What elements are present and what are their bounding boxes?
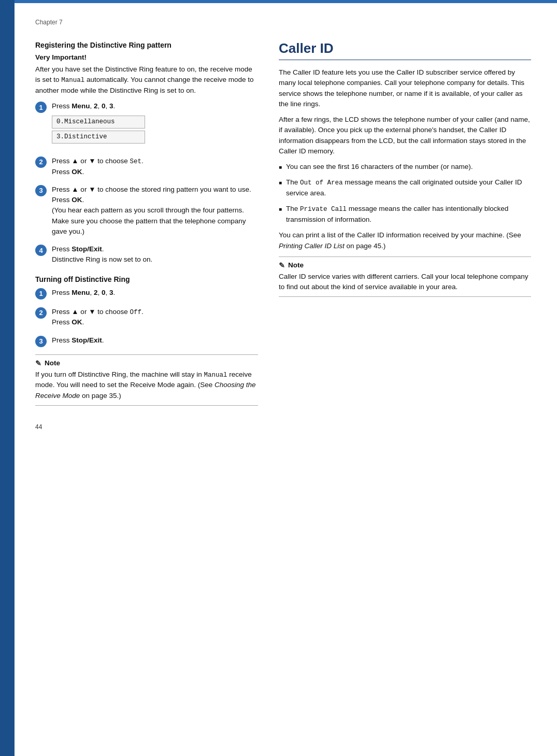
step-num-2: 2 [35, 156, 47, 168]
note-header-right: ✎ Note [279, 261, 531, 269]
step-num-1: 1 [35, 102, 47, 113]
bullet-3-text: The Private Call message means the calle… [286, 204, 531, 225]
step-off-content-3: Press Stop/Exit. [52, 335, 258, 346]
note-content-right: Caller ID service varies with different … [279, 272, 531, 293]
note-label-left: Note [45, 359, 60, 367]
left-accent [0, 0, 15, 756]
step-off-3: 3 Press Stop/Exit. [35, 335, 258, 347]
step-content-3: Press ▲ or ▼ to choose the stored ring p… [52, 184, 258, 237]
step-off-1: 1 Press Menu, 2, 0, 3. [35, 288, 258, 299]
note-icon-right: ✎ [279, 261, 285, 269]
step-off-num-3: 3 [35, 336, 47, 347]
section-heading-turning-off: Turning off Distinctive Ring [35, 275, 258, 284]
subheading-important: Very Important! [35, 53, 258, 61]
steps-turning-off: 1 Press Menu, 2, 0, 3. 2 Press ▲ or ▼ to… [35, 288, 258, 347]
bullet-1: You can see the first 16 characters of t… [279, 162, 531, 172]
note-content-left: If you turn off Distinctive Ring, the ma… [35, 369, 258, 401]
step-num-4: 4 [35, 245, 47, 256]
caller-id-title: Caller ID [279, 40, 531, 60]
caller-id-para3: You can print a list of the Caller ID in… [279, 230, 531, 251]
note-box-left: ✎ Note If you turn off Distinctive Ring,… [35, 354, 258, 406]
note-box-right: ✎ Note Caller ID service varies with dif… [279, 256, 531, 297]
section-heading-registering: Registering the Distinctive Ring pattern [35, 40, 258, 50]
steps-registering: 1 Press Menu, 2, 0, 3. 0.Miscellaneous 3… [35, 101, 258, 265]
page-number: 44 [35, 423, 42, 431]
intro-text: After you have set the Distinctive Ring … [35, 64, 258, 96]
step-off-content-2: Press ▲ or ▼ to choose Off. Press OK. [52, 307, 258, 328]
step-2: 2 Press ▲ or ▼ to choose Set. Press OK. [35, 156, 258, 177]
caller-id-para1: The Caller ID feature lets you use the C… [279, 67, 531, 109]
step-1: 1 Press Menu, 2, 0, 3. 0.Miscellaneous 3… [35, 101, 258, 149]
step-content-2: Press ▲ or ▼ to choose Set. Press OK. [52, 156, 258, 177]
section-registering: Registering the Distinctive Ring pattern… [35, 40, 258, 265]
section-turning-off: Turning off Distinctive Ring 1 Press Men… [35, 275, 258, 406]
note-header-left: ✎ Note [35, 359, 258, 367]
bullet-1-text: You can see the first 16 characters of t… [286, 162, 473, 172]
step-off-content-1: Press Menu, 2, 0, 3. [52, 288, 258, 298]
lcd-line-2: 3.Distinctive [52, 131, 145, 144]
caller-id-bullets: You can see the first 16 characters of t… [279, 162, 531, 225]
step-4: 4 Press Stop/Exit. Distinctive Ring is n… [35, 244, 258, 265]
right-column: Caller ID The Caller ID feature lets you… [279, 40, 531, 415]
step-off-num-1: 1 [35, 288, 47, 299]
bullet-3: The Private Call message means the calle… [279, 204, 531, 225]
step-content-1: Press Menu, 2, 0, 3. 0.Miscellaneous 3.D… [52, 101, 258, 149]
bullet-2-text: The Out of Area message means the call o… [286, 177, 531, 198]
lcd-line-1: 0.Miscellaneous [52, 116, 145, 129]
step-num-3: 3 [35, 185, 47, 196]
step-3: 3 Press ▲ or ▼ to choose the stored ring… [35, 184, 258, 237]
step-content-4: Press Stop/Exit. Distinctive Ring is now… [52, 244, 258, 265]
step-off-2: 2 Press ▲ or ▼ to choose Off. Press OK. [35, 307, 258, 328]
note-label-right: Note [288, 261, 304, 269]
step-off-num-2: 2 [35, 307, 47, 319]
left-column: Registering the Distinctive Ring pattern… [35, 40, 258, 415]
chapter-label: Chapter 7 [35, 19, 531, 26]
note-icon-left: ✎ [35, 359, 41, 367]
caller-id-para2: After a few rings, the LCD shows the tel… [279, 115, 531, 156]
lcd-display-1: 0.Miscellaneous 3.Distinctive [52, 115, 258, 145]
bullet-2: The Out of Area message means the call o… [279, 177, 531, 198]
